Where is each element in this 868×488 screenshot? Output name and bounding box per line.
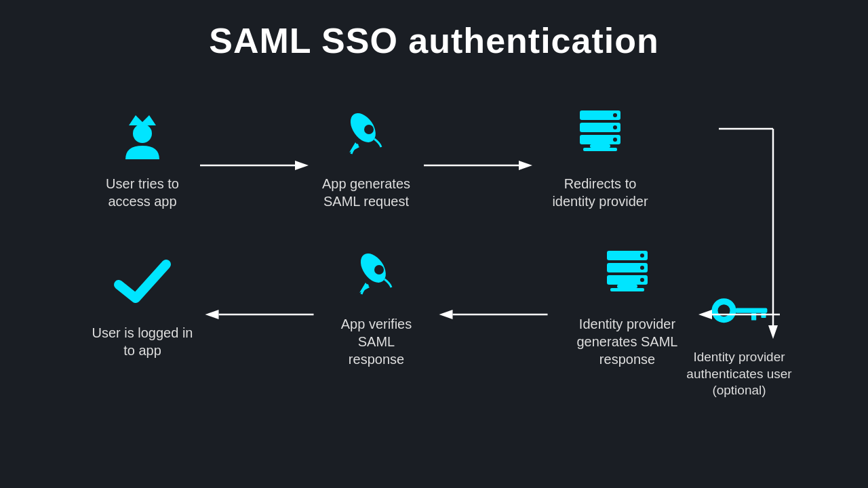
user-icon xyxy=(115,105,170,159)
user-icon-wrap xyxy=(112,102,173,163)
server-icon-1 xyxy=(573,105,627,159)
node-redirects: Redirects to identity provider xyxy=(536,102,665,210)
rocket-icon-wrap-2 xyxy=(346,242,407,303)
logged-in-label: User is logged in to app xyxy=(92,324,193,359)
server-icon-2 xyxy=(600,245,654,300)
arrow-right-1-svg xyxy=(197,155,312,176)
svg-point-12 xyxy=(613,125,617,129)
svg-point-33 xyxy=(640,253,644,258)
rocket-icon-wrap-1 xyxy=(336,102,397,163)
arrow-1 xyxy=(197,136,312,176)
svg-point-37 xyxy=(640,278,644,282)
app-request-label: App generates SAML request xyxy=(322,175,410,210)
bottom-row: User is logged in to app App verif xyxy=(61,237,807,373)
arrow-left-2-svg xyxy=(431,304,556,325)
svg-point-6 xyxy=(364,125,374,134)
svg-marker-0 xyxy=(129,115,156,125)
arrow-2 xyxy=(420,136,536,176)
page-title: SAML SSO authentication xyxy=(209,20,658,61)
node-app-verify: App verifies SAML response xyxy=(322,242,431,368)
arrow-bottom-3 xyxy=(698,285,780,325)
server-icon-wrap-2 xyxy=(597,242,658,303)
svg-point-29 xyxy=(374,265,384,274)
arrow-right-2-svg xyxy=(420,155,536,176)
svg-rect-15 xyxy=(590,144,610,148)
svg-point-35 xyxy=(640,266,644,270)
svg-point-14 xyxy=(613,138,617,142)
app-verify-label: App verifies SAML response xyxy=(322,315,431,368)
server-icon-wrap-1 xyxy=(570,102,631,163)
rocket-icon-1 xyxy=(339,105,393,159)
svg-point-1 xyxy=(133,124,152,143)
svg-marker-41 xyxy=(698,310,712,319)
user-label: User tries to access app xyxy=(106,175,179,210)
diagram: User tries to access app App gener xyxy=(61,81,807,373)
arrow-bottom-1 xyxy=(197,285,322,325)
svg-rect-38 xyxy=(617,285,637,288)
svg-marker-31 xyxy=(439,310,453,319)
svg-marker-26 xyxy=(205,310,219,319)
svg-marker-8 xyxy=(519,161,532,170)
top-row: User tries to access app App gener xyxy=(61,81,807,230)
checkmark-icon-wrap xyxy=(112,251,173,312)
arrow-left-3-svg xyxy=(698,304,780,325)
svg-point-10 xyxy=(613,113,617,117)
arrow-bottom-2 xyxy=(431,285,556,325)
redirects-label: Redirects to identity provider xyxy=(552,175,648,210)
node-app-request: App generates SAML request xyxy=(312,102,420,210)
node-user: User tries to access app xyxy=(88,102,197,210)
rocket-icon-2 xyxy=(349,245,403,300)
node-logged-in: User is logged in to app xyxy=(88,251,197,359)
node-idp-response: Identity provider generates SAML respons… xyxy=(556,242,698,368)
svg-marker-3 xyxy=(295,161,309,170)
svg-rect-39 xyxy=(610,288,644,291)
arrow-left-1-svg xyxy=(197,304,322,325)
idp-response-label: Identity provider generates SAML respons… xyxy=(556,315,698,368)
svg-rect-16 xyxy=(583,148,617,151)
checkmark-icon xyxy=(112,254,173,308)
